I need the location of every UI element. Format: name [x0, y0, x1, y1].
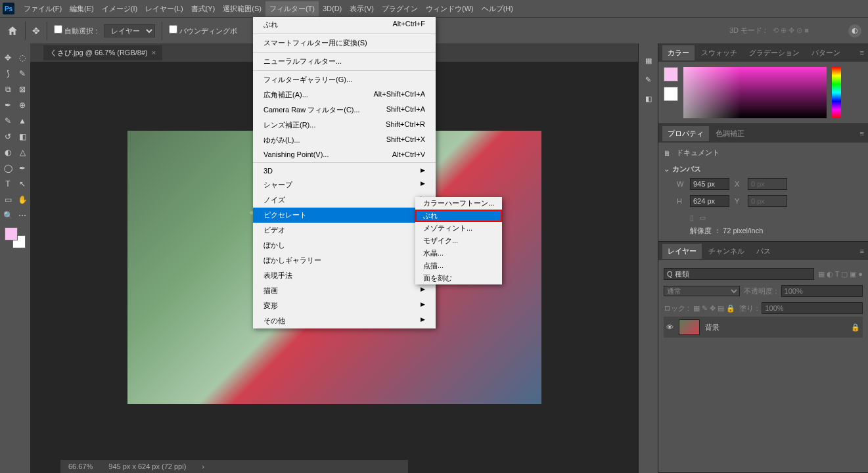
- menuitem-distort[interactable]: 変形▶: [253, 298, 436, 313]
- search-icon[interactable]: ◐: [848, 24, 861, 37]
- foreground-color[interactable]: [5, 227, 18, 240]
- tab-patterns[interactable]: パターン: [806, 45, 846, 60]
- quick-select-tool[interactable]: ✎: [16, 66, 29, 81]
- color-picker-field[interactable]: [683, 67, 827, 118]
- tab-channels[interactable]: チャンネル: [703, 244, 750, 259]
- menuitem-wide-angle[interactable]: 広角補正(A)...Alt+Shift+Ctrl+A: [253, 87, 436, 102]
- blur-tool[interactable]: △: [16, 145, 29, 160]
- eraser-tool[interactable]: ◧: [16, 129, 29, 144]
- menu-filter[interactable]: フィルター(T): [265, 1, 319, 16]
- menuitem-render[interactable]: 表現手法▶: [253, 268, 436, 283]
- menuitem-crystal[interactable]: 水晶...: [415, 247, 502, 259]
- collapsed-panel-icon[interactable]: ◧: [645, 95, 652, 103]
- visibility-icon[interactable]: 👁: [666, 323, 674, 331]
- frame-tool[interactable]: ⊠: [16, 82, 29, 97]
- menuitem-neural[interactable]: ニューラルフィルター...: [253, 54, 436, 69]
- menuitem-vanishing[interactable]: Vanishing Point(V)...Alt+Ctrl+V: [253, 148, 436, 161]
- menuitem-facet[interactable]: 面を刻む: [415, 272, 502, 284]
- orientation-portrait-icon[interactable]: ▯: [690, 214, 694, 222]
- menuitem-blur-gallery[interactable]: ぼかしギャラリー▶: [253, 253, 436, 268]
- canvas-width-input[interactable]: [690, 178, 729, 190]
- gradient-tool[interactable]: ◐: [1, 145, 14, 160]
- home-icon[interactable]: [7, 25, 18, 37]
- menu-plugins[interactable]: プラグイン: [378, 1, 422, 16]
- menuitem-convert-smart[interactable]: スマートフィルター用に変換(S): [253, 35, 436, 51]
- menuitem-bure[interactable]: ぶれ: [415, 210, 502, 222]
- panel-menu-icon[interactable]: ≡: [860, 129, 864, 137]
- menuitem-blur[interactable]: ぼかし▶: [253, 238, 436, 253]
- document-tab[interactable]: くさび.jpg @ 66.7% (RGB/8#)×: [43, 45, 162, 60]
- menu-file[interactable]: ファイル(F): [20, 1, 66, 16]
- menuitem-gallery[interactable]: フィルターギャラリー(G)...: [253, 72, 436, 87]
- layer-filter-input[interactable]: [664, 268, 814, 280]
- auto-select-target[interactable]: レイヤー: [104, 24, 155, 37]
- edit-toolbar[interactable]: ⋯: [16, 208, 29, 223]
- menuitem-pixelate[interactable]: ピクセレート▶: [253, 208, 436, 223]
- menu-select[interactable]: 選択範囲(S): [219, 1, 265, 16]
- healing-tool[interactable]: ⊕: [16, 98, 29, 112]
- menuitem-color-halftone[interactable]: カラーハーフトーン...: [415, 197, 502, 210]
- layer-row-background[interactable]: 👁 背景 🔒: [664, 317, 863, 338]
- menuitem-artistic[interactable]: 描画▶: [253, 283, 436, 298]
- history-brush-tool[interactable]: ↺: [1, 129, 14, 144]
- orientation-landscape-icon[interactable]: ▭: [699, 214, 706, 222]
- menu-3d[interactable]: 3D(D): [319, 2, 346, 15]
- collapsed-panel-icon[interactable]: ▦: [645, 56, 652, 65]
- pen-tool[interactable]: ✒: [16, 161, 29, 175]
- menu-layer[interactable]: レイヤー(L): [141, 1, 187, 16]
- menuitem-last-filter[interactable]: ぶれAlt+Ctrl+F: [253, 17, 436, 32]
- canvas-height-input[interactable]: [690, 195, 729, 207]
- panel-menu-icon[interactable]: ≡: [860, 247, 864, 255]
- layer-name[interactable]: 背景: [705, 323, 720, 332]
- panel-foreground-color[interactable]: [664, 67, 678, 81]
- bounding-box-checkbox[interactable]: バウンディングボ: [169, 25, 237, 36]
- hand-tool[interactable]: ✋: [16, 192, 29, 207]
- direct-select-tool[interactable]: ↖: [16, 177, 29, 191]
- menu-view[interactable]: 表示(V): [346, 1, 378, 16]
- canvas-section[interactable]: ⌄カンバス: [664, 163, 863, 175]
- shape-tool[interactable]: ▭: [1, 192, 14, 207]
- tab-paths[interactable]: パス: [751, 244, 776, 259]
- marquee-tool[interactable]: ◌: [16, 51, 29, 65]
- tab-gradients[interactable]: グラデーション: [744, 45, 805, 60]
- auto-select-checkbox[interactable]: 自動選択 :: [54, 25, 97, 36]
- tab-properties[interactable]: プロパティ: [662, 126, 709, 141]
- menuitem-mezzotint[interactable]: メゾティント...: [415, 222, 502, 235]
- move-tool[interactable]: ✥: [1, 51, 14, 65]
- tab-swatches[interactable]: スウォッチ: [696, 45, 742, 60]
- zoom-tool[interactable]: 🔍: [1, 208, 14, 223]
- menuitem-other[interactable]: その他▶: [253, 313, 436, 328]
- menuitem-liquify[interactable]: ゆがみ(L)...Shift+Ctrl+X: [253, 133, 436, 148]
- dodge-tool[interactable]: ◯: [1, 161, 14, 175]
- menu-type[interactable]: 書式(Y): [187, 1, 219, 16]
- blend-mode-select[interactable]: 通常: [664, 286, 740, 296]
- lock-icon[interactable]: 🔒: [851, 323, 860, 332]
- menu-image[interactable]: イメージ(I): [98, 1, 141, 16]
- eyedropper-tool[interactable]: ✒: [1, 98, 14, 112]
- menuitem-mosaic[interactable]: モザイク...: [415, 235, 502, 247]
- color-swatches[interactable]: [5, 227, 26, 248]
- layer-thumbnail[interactable]: [679, 319, 700, 335]
- menuitem-noise[interactable]: ノイズ▶: [253, 192, 436, 208]
- menuitem-sharpen[interactable]: シャープ▶: [253, 177, 436, 192]
- hue-slider[interactable]: [832, 67, 841, 118]
- zoom-level[interactable]: 66.67%: [68, 462, 93, 470]
- collapsed-panel-icon[interactable]: ✎: [645, 76, 651, 84]
- menu-window[interactable]: ウィンドウ(W): [422, 1, 478, 16]
- menuitem-3d[interactable]: 3D▶: [253, 164, 436, 177]
- tab-color[interactable]: カラー: [662, 45, 695, 60]
- panel-menu-icon[interactable]: ≡: [860, 49, 864, 56]
- panel-background-color[interactable]: [664, 87, 678, 101]
- close-tab-icon[interactable]: ×: [152, 49, 156, 56]
- menu-help[interactable]: ヘルプ(H): [478, 1, 517, 16]
- menuitem-pointillize[interactable]: 点描...: [415, 259, 502, 272]
- crop-tool[interactable]: ⧉: [1, 82, 14, 97]
- text-tool[interactable]: T: [1, 177, 14, 191]
- menu-edit[interactable]: 編集(E): [66, 1, 98, 16]
- stamp-tool[interactable]: ▲: [16, 114, 29, 128]
- brush-tool[interactable]: ✎: [1, 114, 14, 128]
- tab-layers[interactable]: レイヤー: [662, 244, 702, 259]
- tab-adjustments[interactable]: 色調補正: [710, 126, 750, 141]
- lasso-tool[interactable]: ⟆: [1, 66, 14, 81]
- status-arrow-icon[interactable]: ›: [202, 462, 204, 470]
